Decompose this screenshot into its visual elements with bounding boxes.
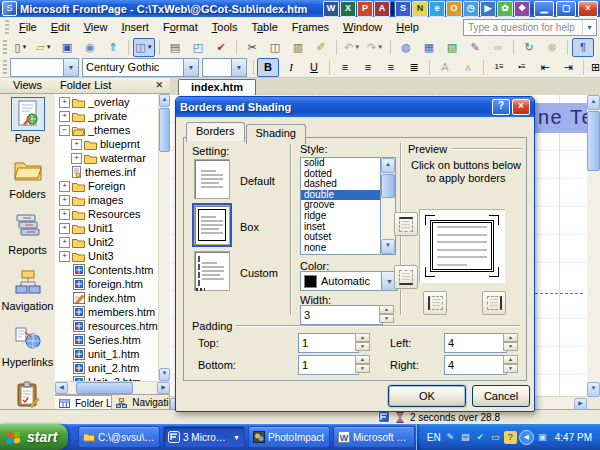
menu-file[interactable]: File (12, 19, 44, 35)
increase-indent-button[interactable]: ⇥ (557, 58, 579, 77)
chevron-down-icon[interactable]: ▼ (231, 59, 246, 76)
page-tab-index-htm[interactable]: index.htm (178, 79, 256, 95)
align-right-button[interactable]: ≡ (380, 58, 402, 77)
word-icon[interactable]: W (323, 1, 339, 17)
tree-item-_themes[interactable]: −_themes (55, 123, 158, 137)
scroll-down-icon[interactable]: ▼ (587, 382, 600, 397)
tree-item-members.htm[interactable]: members.htm (55, 305, 158, 319)
style-option-solid[interactable]: solid (301, 158, 381, 169)
tree-item-foreign.htm[interactable]: foreign.htm (55, 277, 158, 291)
language-indicator[interactable]: EN (427, 431, 441, 444)
show-all-button[interactable]: ¶ (572, 38, 594, 57)
tablet-icon[interactable]: ▤ (459, 431, 472, 444)
menu-view[interactable]: View (77, 19, 115, 35)
menu-frames[interactable]: Frames (285, 19, 336, 35)
spelling-button[interactable]: ✔ (210, 38, 232, 57)
ie-icon[interactable]: e (429, 1, 445, 17)
acdsee-icon[interactable]: ❖ (514, 1, 530, 17)
new-page-button[interactable]: ▯▼ (10, 38, 32, 57)
expand-icon[interactable]: + (59, 97, 70, 108)
web-component-button[interactable]: ◍ (395, 38, 417, 57)
tree-item-unit_2.htm[interactable]: unit_2.htm (55, 361, 158, 375)
media-icon[interactable]: ▶ (480, 1, 496, 17)
ok-button[interactable]: OK (388, 385, 466, 407)
expand-icon[interactable]: + (59, 195, 70, 206)
tree-item-contents.htm[interactable]: Contents.htm (55, 263, 158, 277)
padding-bottom-spinner[interactable]: ▲▼ (355, 355, 370, 373)
toolbar-grip[interactable] (3, 60, 7, 74)
style-option-none[interactable]: none (301, 243, 381, 254)
expand-icon[interactable]: + (59, 209, 70, 220)
apply-left-border-button[interactable] (423, 291, 447, 315)
copy-button[interactable]: ◫ (264, 38, 286, 57)
cancel-button[interactable]: Cancel (472, 385, 530, 407)
powerpoint-icon[interactable]: P (357, 1, 373, 17)
scrollbar-track[interactable] (159, 153, 170, 368)
chevron-down-icon[interactable]: ▼ (582, 20, 596, 35)
open-button[interactable]: ▱▼ (33, 38, 55, 57)
width-spinner[interactable]: ▲▼ (379, 305, 394, 323)
menubar-grip[interactable] (5, 20, 9, 34)
padding-left-spinner[interactable]: ▲▼ (503, 333, 518, 351)
insert-table-button[interactable]: ▦ (418, 38, 440, 57)
setting-custom-option[interactable] (194, 251, 230, 291)
clock[interactable]: 4:47 PM (555, 432, 592, 443)
drawing-button[interactable]: ✎ (464, 38, 486, 57)
align-left-button[interactable]: ≡ (334, 58, 356, 77)
expand-icon[interactable]: + (59, 251, 70, 262)
scroll-right-icon[interactable]: ▶ (157, 382, 170, 394)
expand-icon[interactable]: + (71, 153, 82, 164)
excel-icon[interactable]: X (340, 1, 356, 17)
tab-borders[interactable]: Borders (186, 122, 245, 142)
chevron-down-icon[interactable]: ▼ (183, 59, 198, 76)
scroll-left-icon[interactable]: ◀ (55, 382, 68, 394)
tree-item-index.htm[interactable]: index.htm (55, 291, 158, 305)
chevron-down-icon[interactable]: ▼ (63, 59, 78, 76)
bullets-button[interactable]: •≡ (511, 58, 533, 77)
minimize-button[interactable]: ▁ (534, 1, 554, 17)
folder-list-horizontal-scrollbar[interactable]: ◀ ▶ (55, 381, 170, 394)
clock-icon[interactable]: ◷ (463, 1, 479, 17)
save-button[interactable]: ▣ (56, 38, 78, 57)
scroll-right-icon[interactable]: ▶ (574, 398, 587, 410)
numbering-button[interactable]: 1≡ (488, 58, 510, 77)
scroll-down-icon[interactable]: ▼ (381, 239, 395, 254)
decrease-indent-button[interactable]: ⇤ (534, 58, 556, 77)
refresh-button[interactable]: ↻ (518, 38, 540, 57)
tree-item-_overlay[interactable]: +_overlay (55, 95, 158, 109)
expand-icon[interactable]: + (59, 181, 70, 192)
color-dropdown[interactable]: Automatic ▼ (300, 271, 398, 291)
task-word[interactable]: WMicrosoft W... (333, 426, 415, 448)
menu-help[interactable]: Help (389, 19, 426, 35)
view-page[interactable]: Page (0, 94, 55, 150)
scrollbar-thumb[interactable] (76, 382, 133, 394)
justify-button[interactable]: ≣ (403, 58, 425, 77)
scroll-up-icon[interactable]: ▲ (159, 94, 170, 107)
borders-button[interactable]: ⊞▼ (588, 58, 600, 77)
view-reports[interactable]: Reports (0, 206, 55, 262)
tree-item-blueprnt[interactable]: +blueprnt (55, 137, 158, 151)
publish-web-button[interactable]: ⇑ (102, 38, 124, 57)
padding-left-input[interactable]: 4 (444, 333, 507, 353)
ask-a-question-box[interactable]: Type a question for help ▼ (463, 19, 597, 36)
outlook-icon[interactable]: O (446, 1, 462, 17)
scrollbar-thumb[interactable] (159, 108, 170, 152)
padding-bottom-input[interactable]: 1 (298, 355, 359, 375)
font-size-combobox[interactable]: ▼ (202, 58, 247, 77)
tab-navigation[interactable]: Navigation (112, 395, 170, 410)
collapse-icon[interactable]: − (59, 125, 70, 136)
task-frontpage-group[interactable]: 3 Microsof...▼ (163, 426, 245, 448)
expand-icon[interactable]: + (59, 111, 70, 122)
setting-box-option[interactable] (194, 205, 230, 245)
scroll-up-icon[interactable]: ▲ (381, 158, 395, 173)
apply-right-border-button[interactable] (482, 291, 506, 315)
apply-top-border-button[interactable] (394, 212, 418, 236)
scroll-down-icon[interactable]: ▼ (159, 368, 170, 381)
style-list-scrollbar[interactable]: ▲ ▼ (380, 157, 396, 255)
format-painter-button[interactable]: ✐ (310, 38, 332, 57)
scrollbar-thumb[interactable] (587, 111, 600, 171)
font-combobox[interactable]: Century Gothic ▼ (82, 58, 199, 77)
tree-item-unit3[interactable]: +Unit3 (55, 249, 158, 263)
network-icon[interactable]: ▣ (536, 431, 549, 444)
close-icon[interactable]: ✕ (153, 80, 165, 90)
